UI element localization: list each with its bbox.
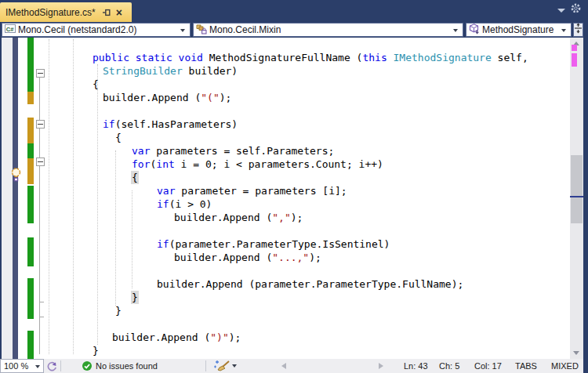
- tab-title: IMethodSignature.cs*: [5, 7, 96, 18]
- code-token: ")": [210, 331, 228, 343]
- code-line[interactable]: }: [132, 291, 138, 304]
- chevron-down-icon[interactable]: [232, 364, 237, 368]
- scrollbar-change-mark: [572, 45, 577, 51]
- code-token: }: [93, 345, 99, 357]
- separator: [205, 360, 206, 371]
- code-line[interactable]: builder.Append (parameter.ParameterType.…: [157, 277, 463, 291]
- indent-guide: [97, 64, 98, 345]
- hscroll-right-arrow-icon[interactable]: [379, 363, 383, 369]
- chevron-down-icon: [180, 29, 185, 32]
- code-token: if: [157, 198, 169, 210]
- chevron-down-icon: [453, 29, 458, 32]
- code-token: }: [115, 305, 122, 317]
- code-token: [129, 52, 136, 63]
- code-token: this: [362, 52, 387, 63]
- csharp-project-icon: C#: [5, 24, 16, 36]
- code-line[interactable]: builder.Append ("...,");: [174, 251, 321, 264]
- change-bar-saved: [27, 38, 34, 92]
- code-line[interactable]: StringBuilder builder): [103, 64, 238, 78]
- code-token: {: [93, 78, 99, 90]
- selection-margin: [13, 38, 18, 359]
- code-line[interactable]: var parameter = parameters [i];: [157, 184, 347, 197]
- code-token: public: [93, 52, 129, 63]
- hscroll-left-arrow-icon[interactable]: [281, 363, 286, 369]
- code-token: "...,": [272, 252, 309, 263]
- split-editor-button[interactable]: [573, 23, 583, 37]
- code-token: );: [220, 92, 232, 103]
- svg-text:C#: C#: [6, 26, 14, 33]
- code-token: );: [309, 252, 321, 263]
- change-bar-unsaved: [27, 118, 34, 143]
- code-token: }: [132, 292, 138, 303]
- status-tabs-mode: TABS: [515, 361, 537, 371]
- code-token: for: [132, 158, 150, 170]
- change-bar-unsaved: [27, 92, 34, 104]
- code-token: parameter = parameters [i];: [175, 185, 347, 197]
- code-line[interactable]: if(parameter.ParameterType.IsSentinel): [157, 237, 390, 251]
- tab-imethodsignature[interactable]: IMethodSignature.cs* ×: [0, 2, 132, 22]
- code-token: int: [156, 158, 174, 170]
- code-line[interactable]: for(int i = 0; i < parameters.Count; i++…: [132, 158, 383, 171]
- indicator-margin: [2, 38, 13, 359]
- code-line[interactable]: builder.Append ("(");: [103, 91, 231, 104]
- code-line[interactable]: if(i > 0): [157, 197, 212, 211]
- fold-collapse-box[interactable]: [36, 120, 45, 129]
- type-selector-value: Mono.Cecil.Mixin: [209, 24, 281, 35]
- code-editor-window: IMethodSignature.cs* × C# Mono.Ce: [0, 0, 588, 373]
- code-line[interactable]: {: [132, 171, 138, 184]
- code-token: [387, 52, 394, 63]
- window-left-border: [0, 38, 2, 373]
- minus-icon: [38, 73, 43, 74]
- code-token: if: [103, 118, 115, 130]
- fold-collapse-box[interactable]: [36, 69, 45, 78]
- chevron-down-icon: [35, 365, 40, 368]
- code-line[interactable]: }: [93, 344, 99, 357]
- code-token: (self.HasParameters): [115, 118, 238, 130]
- code-line[interactable]: var parameters = self.Parameters;: [132, 144, 334, 158]
- code-token: var: [157, 185, 175, 197]
- code-token: builder.Append (parameter.ParameterType.…: [157, 278, 463, 290]
- scrollbar-thumb[interactable]: [571, 155, 583, 223]
- code-line[interactable]: if(self.HasParameters): [103, 118, 238, 131]
- status-character: Ch: 5: [439, 361, 459, 371]
- code-token: "(": [201, 92, 219, 103]
- code-token: {: [115, 132, 122, 143]
- code-token: builder.Append (: [112, 331, 210, 343]
- type-selector[interactable]: Mono.Cecil.Mixin: [193, 23, 463, 37]
- code-line[interactable]: {: [115, 131, 122, 144]
- health-status-text[interactable]: No issues found: [96, 361, 158, 371]
- pin-icon[interactable]: [102, 8, 111, 17]
- code-token: (parameter.ParameterType.IsSentinel): [169, 238, 390, 250]
- code-token: self,: [492, 52, 528, 63]
- vertical-scrollbar[interactable]: [570, 38, 583, 359]
- gear-icon[interactable]: [570, 2, 582, 17]
- change-bar-saved: [27, 237, 34, 266]
- code-token: builder): [183, 65, 238, 77]
- project-selector[interactable]: C# Mono.Cecil (netstandard2.0): [2, 23, 191, 37]
- code-token: IMethodSignature: [394, 52, 492, 63]
- code-token: i = 0; i < parameters.Count; i++): [175, 158, 383, 170]
- change-bar-saved: [27, 278, 34, 319]
- scrollbar-caret-marker: [570, 196, 583, 197]
- code-editor-surface[interactable]: [18, 38, 570, 359]
- zoom-level: 100 %: [4, 361, 28, 371]
- code-line[interactable]: }: [115, 304, 122, 317]
- chevron-down-icon[interactable]: [557, 9, 565, 13]
- code-token: builder.Append (: [174, 212, 272, 223]
- fold-end-tick: [40, 317, 44, 317]
- code-line[interactable]: public static void MethodSignatureFullNa…: [93, 51, 528, 64]
- quick-actions-icon[interactable]: [45, 360, 57, 373]
- fold-end-tick: [40, 302, 44, 302]
- check-circle-icon[interactable]: [82, 360, 93, 373]
- code-line[interactable]: builder.Append (")");: [112, 331, 241, 344]
- member-selector[interactable]: MethodSignature: [466, 23, 572, 37]
- fold-collapse-box[interactable]: [36, 158, 45, 166]
- lightbulb-quick-action-icon[interactable]: [10, 167, 23, 186]
- close-icon[interactable]: ×: [116, 8, 122, 17]
- scroll-down-arrow-icon[interactable]: [573, 351, 579, 355]
- code-line[interactable]: {: [93, 78, 99, 91]
- broom-icon[interactable]: [213, 360, 230, 373]
- zoom-selector[interactable]: 100 %: [0, 359, 44, 373]
- code-token: {: [132, 172, 138, 183]
- code-line[interactable]: builder.Append (",");: [174, 211, 303, 224]
